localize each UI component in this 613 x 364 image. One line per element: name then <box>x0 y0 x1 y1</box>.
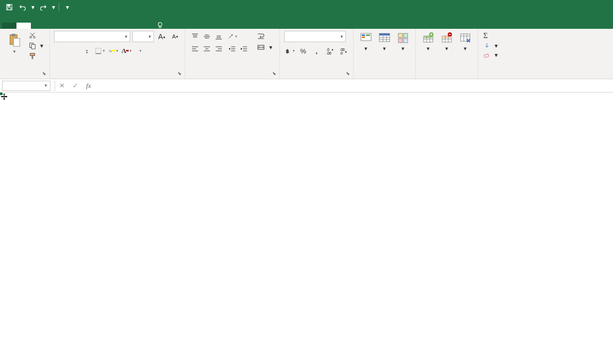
copy-icon <box>29 42 36 49</box>
cond-format-icon <box>360 32 372 44</box>
number-format-select[interactable] <box>284 31 346 42</box>
insert-cells-button[interactable]: ▾ <box>420 31 436 53</box>
tab-view[interactable] <box>103 23 117 29</box>
decrease-font-button[interactable]: A▾ <box>169 31 181 42</box>
bucket-icon <box>108 47 112 55</box>
name-box[interactable]: ▼ <box>2 81 50 91</box>
border-icon <box>95 47 102 55</box>
format-cells-button[interactable]: ▾ <box>457 31 474 53</box>
fill-handle[interactable] <box>0 93 3 95</box>
font-name-select[interactable] <box>54 31 130 42</box>
group-label-align: ⬊ <box>189 77 275 78</box>
svg-text:.0: .0 <box>340 51 343 55</box>
chevron-down-icon: ▾ <box>401 45 405 52</box>
increase-indent-button[interactable] <box>238 43 250 54</box>
align-left-button[interactable] <box>189 43 201 54</box>
conditional-format-button[interactable]: ▾ <box>358 31 374 53</box>
align-top-button[interactable] <box>189 31 201 42</box>
delete-cells-button[interactable]: ▾ <box>439 31 455 53</box>
chevron-down-icon: ▾ <box>383 45 386 52</box>
qat-separator <box>59 3 59 11</box>
tab-insert[interactable] <box>31 23 45 29</box>
svg-text:.00: .00 <box>326 51 331 55</box>
undo-button[interactable] <box>16 2 29 13</box>
comma-button[interactable]: , <box>311 45 322 57</box>
orientation-button[interactable]: ▾ <box>226 31 238 42</box>
tab-pdf[interactable] <box>132 23 146 29</box>
cell-styles-button[interactable]: ▾ <box>395 31 411 53</box>
increase-font-button[interactable]: A▴ <box>156 31 167 42</box>
italic-button[interactable] <box>67 45 79 57</box>
align-left-icon <box>191 45 199 53</box>
svg-rect-2 <box>8 8 11 10</box>
redo-dropdown[interactable]: ▾ <box>50 2 57 13</box>
fill-button[interactable]: ▾ <box>482 42 499 50</box>
indent-icon <box>240 45 248 53</box>
cancel-formula-button[interactable]: ✕ <box>55 81 68 91</box>
accounting-format-button[interactable]: $▾ <box>284 45 295 57</box>
decrease-decimal-button[interactable]: .00.0 <box>338 45 349 57</box>
underline-button[interactable]: ▾ <box>81 45 92 57</box>
bold-button[interactable] <box>54 45 65 57</box>
spreadsheet-grid[interactable] <box>0 93 613 364</box>
svg-rect-28 <box>398 39 402 43</box>
decrease-indent-button[interactable] <box>226 43 238 54</box>
increase-decimal-button[interactable]: .0.00 <box>324 45 336 57</box>
copy-button[interactable]: ▾ <box>27 41 45 50</box>
qat-customize[interactable]: ▾ <box>61 2 74 13</box>
outdent-icon <box>228 45 236 53</box>
tab-home[interactable] <box>16 23 31 29</box>
percent-button[interactable]: % <box>297 45 309 57</box>
cell-cursor-icon <box>0 93 8 101</box>
tab-file[interactable] <box>2 23 16 29</box>
selection-box <box>0 93 2 95</box>
formula-input[interactable] <box>95 81 613 91</box>
ribbon-tabs <box>0 14 613 29</box>
dialog-launcher[interactable]: ⬊ <box>177 71 183 77</box>
dialog-launcher[interactable]: ⬊ <box>271 71 277 77</box>
align-bottom-button[interactable] <box>213 31 224 42</box>
chevron-down-icon: ▾ <box>427 45 430 52</box>
font-color-button[interactable]: A ▾ <box>121 45 132 57</box>
font-size-select[interactable] <box>132 31 154 42</box>
tell-me-search[interactable] <box>156 22 167 29</box>
chevron-down-icon: ▾ <box>364 45 367 52</box>
align-middle-button[interactable] <box>201 31 213 42</box>
tab-data[interactable] <box>74 23 89 29</box>
format-painter-button[interactable] <box>27 51 45 61</box>
svg-rect-29 <box>404 39 408 43</box>
scissors-icon <box>29 32 36 39</box>
align-right-icon <box>215 45 223 53</box>
group-cells: ▾ ▾ ▾ <box>416 29 478 79</box>
tab-help[interactable] <box>117 23 132 29</box>
dialog-launcher[interactable]: ⬊ <box>345 71 351 77</box>
wrap-text-button[interactable] <box>254 31 275 41</box>
dialog-launcher[interactable]: ⬊ <box>41 71 47 77</box>
save-button[interactable] <box>3 2 15 13</box>
tab-layout[interactable] <box>45 23 60 29</box>
svg-rect-26 <box>398 33 402 38</box>
phonetic-button[interactable]: ▾ <box>134 45 146 57</box>
chevron-down-icon: ▼ <box>12 49 16 54</box>
clear-button[interactable]: ▾ <box>482 51 499 59</box>
insert-function-button[interactable]: fx <box>82 81 95 91</box>
merge-center-button[interactable]: ▾ <box>254 42 275 52</box>
paste-button[interactable]: ▼ <box>4 31 25 56</box>
border-button[interactable]: ▾ <box>94 45 106 57</box>
svg-rect-23 <box>366 34 370 36</box>
redo-button[interactable] <box>37 2 49 13</box>
align-center-button[interactable] <box>201 43 213 54</box>
autosum-button[interactable]: Σ <box>482 31 491 41</box>
align-mid-icon <box>203 32 211 41</box>
undo-dropdown[interactable]: ▾ <box>30 2 36 13</box>
group-label-number: ⬊ <box>284 77 349 78</box>
align-right-button[interactable] <box>213 43 224 54</box>
tab-formulas[interactable] <box>60 23 74 29</box>
format-table-button[interactable]: ▾ <box>376 31 393 53</box>
enter-formula-button[interactable]: ✓ <box>68 81 82 91</box>
align-bot-icon <box>215 32 223 41</box>
cut-button[interactable] <box>27 31 45 40</box>
svg-rect-27 <box>404 33 408 38</box>
tab-review[interactable] <box>89 23 103 29</box>
fill-color-button[interactable]: ▾ <box>108 45 119 57</box>
